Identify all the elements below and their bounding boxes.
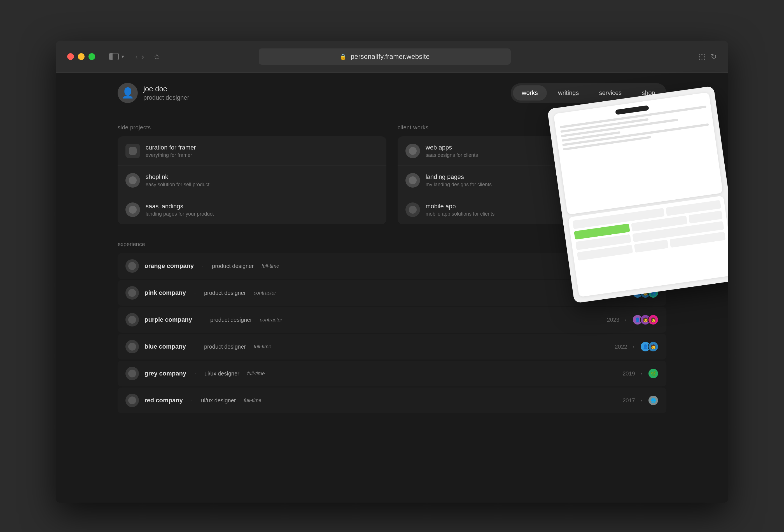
project-text-shoplink: shoplink easy solution for sell product <box>146 173 379 188</box>
project-item-saas-landings[interactable]: saas landings landing pages for your pro… <box>118 195 386 224</box>
team-avatar-2-2: 👩 <box>648 314 659 325</box>
client-item-web-apps[interactable]: web apps saas designs for clients <box>398 136 666 166</box>
exp-role-purple: product designer <box>210 317 252 323</box>
exp-avatar-purple <box>125 313 139 327</box>
exp-avatar-pink <box>125 286 139 300</box>
exp-company-pink: pink company <box>144 289 186 297</box>
nav-link-writings[interactable]: writings <box>549 85 588 101</box>
exp-right-grey: 2019 ● 🌿 <box>622 368 659 379</box>
exp-bullet-blue: ● <box>633 345 635 348</box>
client-works-section: client works web apps saas designs for c… <box>398 124 666 224</box>
project-text-curation: curation for framer everything for frame… <box>146 144 379 158</box>
project-icon-curation <box>125 144 140 158</box>
exp-right-red: 2017 ● 🌐 <box>622 395 659 406</box>
exp-team-pink: 👤 🧑 👥 <box>632 287 659 298</box>
project-icon-shoplink <box>125 173 140 188</box>
exp-year-blue: 2022 <box>615 343 627 350</box>
close-button[interactable] <box>67 53 74 60</box>
exp-type-purple: contractor <box>260 317 282 323</box>
exp-company-orange: orange company <box>144 262 194 270</box>
sidebar-icon <box>109 53 119 60</box>
nav-link-shop[interactable]: shop <box>633 85 664 101</box>
exp-company-red: red company <box>144 397 183 404</box>
forward-button[interactable]: › <box>142 52 144 61</box>
project-subtitle-shoplink: easy solution for sell product <box>146 182 379 188</box>
client-text-mobile: mobile app mobile app solutions for clie… <box>426 203 659 217</box>
exp-company-purple: purple company <box>144 316 192 324</box>
project-subtitle-curation: everything for framer <box>146 152 379 158</box>
client-icon-mobile <box>405 202 420 217</box>
exp-item-pink[interactable]: pink company · product designer contract… <box>118 280 666 306</box>
client-icon-web-apps <box>405 144 420 158</box>
exp-team-red: 🌐 <box>648 395 659 406</box>
site-role: product designer <box>143 94 189 101</box>
exp-avatar-grey <box>125 367 139 380</box>
exp-team-blue: 👤 🧑 <box>640 341 659 352</box>
exp-dot-2: · <box>200 317 202 323</box>
exp-role-blue: product designer <box>204 343 246 350</box>
minimize-button[interactable] <box>78 53 85 60</box>
client-item-landing-pages[interactable]: landing pages my landing designs for cli… <box>398 166 666 195</box>
client-title-web-apps: web apps <box>426 144 659 151</box>
exp-dot-5: · <box>191 398 193 403</box>
exp-right-purple: 2023 ● 👤 🧑 👩 <box>607 314 659 325</box>
exp-avatar-orange <box>125 259 139 273</box>
exp-item-red[interactable]: red company · ui/ux designer full-time 2… <box>118 388 666 413</box>
exp-year-red: 2017 <box>622 397 635 404</box>
client-works-title: client works <box>398 124 666 131</box>
exp-item-blue[interactable]: blue company · product designer full-tim… <box>118 334 666 360</box>
client-works-list: web apps saas designs for clients landin… <box>398 136 666 224</box>
site-logo: 👤 joe doe product designer <box>118 83 189 103</box>
side-projects-title: side projects <box>118 124 386 131</box>
exp-year-pink: 2023 <box>607 290 619 296</box>
extensions-button[interactable]: ⬚ <box>699 52 706 61</box>
client-item-mobile-app[interactable]: mobile app mobile app solutions for clie… <box>398 195 666 224</box>
exp-item-purple[interactable]: purple company · product designer contra… <box>118 307 666 333</box>
team-avatar-0-1: 👤 <box>648 261 659 271</box>
client-title-landing: landing pages <box>426 173 659 180</box>
exp-role-pink: product designer <box>204 290 246 296</box>
address-bar[interactable]: 🔒 personalify.framer.website <box>259 49 511 65</box>
experience-list: orange company · product designer full-t… <box>118 253 666 413</box>
nav-links-container: works writings services shop <box>511 83 666 103</box>
nav-link-services[interactable]: services <box>590 85 631 101</box>
experience-section: experience orange company · product desi… <box>118 241 666 413</box>
exp-item-grey[interactable]: grey company · ui/ux designer full-time … <box>118 361 666 386</box>
exp-type-grey: full-time <box>247 371 265 376</box>
exp-type-pink: contractor <box>254 290 276 296</box>
exp-bullet-pink: ● <box>625 291 627 295</box>
lock-icon: 🔒 <box>340 53 347 60</box>
exp-dot-3: · <box>194 344 196 350</box>
site-navigation: 👤 joe doe product designer works writing… <box>56 73 728 113</box>
back-button[interactable]: ‹ <box>135 52 138 61</box>
sidebar-toggle[interactable]: ▾ <box>109 53 124 60</box>
exp-company-blue: blue company <box>144 343 186 350</box>
team-avatar-5-0: 🌐 <box>648 395 659 406</box>
maximize-button[interactable] <box>88 53 95 60</box>
nav-link-works[interactable]: works <box>513 85 547 101</box>
project-item-curation[interactable]: curation for framer everything for frame… <box>118 136 386 166</box>
exp-type-blue: full-time <box>254 344 271 350</box>
main-content: side projects curation for framer everyt… <box>56 113 728 436</box>
team-avatar-4-0: 🌿 <box>648 368 659 379</box>
website-content: 👤 joe doe product designer works writing… <box>56 73 728 503</box>
exp-dot-0: · <box>202 263 203 269</box>
project-subtitle-saas: landing pages for your product <box>146 211 379 217</box>
bookmark-button[interactable]: ☆ <box>153 52 161 61</box>
exp-bullet-red: ● <box>641 399 642 402</box>
project-title-shoplink: shoplink <box>146 173 379 180</box>
exp-dot-4: · <box>195 371 196 376</box>
exp-item-orange[interactable]: orange company · product designer full-t… <box>118 253 666 279</box>
exp-team-orange: 🧑 👤 <box>640 261 659 271</box>
refresh-button[interactable]: ↻ <box>711 52 717 61</box>
browser-actions: ⬚ ↻ <box>699 52 717 61</box>
project-item-shoplink[interactable]: shoplink easy solution for sell product <box>118 166 386 195</box>
client-subtitle-landing: my landing designs for clients <box>426 182 659 188</box>
project-title-saas: saas landings <box>146 203 379 210</box>
browser-chrome: ▾ ‹ › ☆ 🔒 personalify.framer.website ⬚ ↻ <box>56 40 728 73</box>
experience-title: experience <box>118 241 666 248</box>
address-text: personalify.framer.website <box>351 53 429 60</box>
client-text-landing: landing pages my landing designs for cli… <box>426 173 659 188</box>
exp-year-grey: 2019 <box>622 370 635 377</box>
exp-team-grey: 🌿 <box>648 368 659 379</box>
